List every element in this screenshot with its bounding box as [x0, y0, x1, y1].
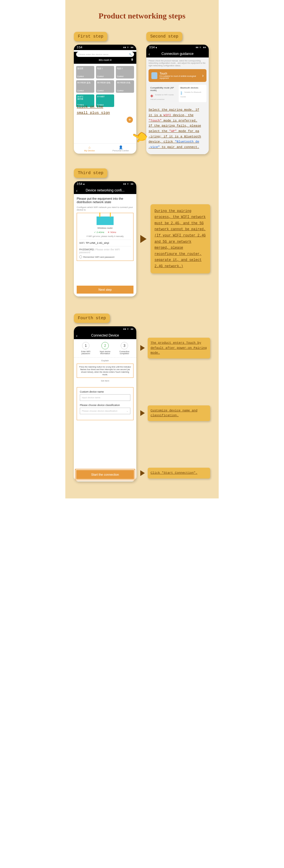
classification-label: Please choose device classification: [80, 404, 130, 407]
bluetooth-mode-card[interactable]: Bluetooth devices ᛒ Suitable For Bluetoo…: [179, 85, 207, 102]
step4-annotation-2: Customize device name and classification…: [148, 405, 210, 421]
screen-title: Connection guidance: [162, 52, 194, 56]
press-instruction: Press the matching button for a long tim…: [77, 364, 134, 378]
checkbox-icon: [79, 255, 82, 258]
step4-phone: ▮▮ ᯤ ▮▮ ‹ Connected Device 1 Enter WiFi …: [74, 326, 136, 482]
ap-icon: ◈: [150, 93, 153, 98]
step2-label: Second step: [146, 32, 182, 41]
arrow-right-icon: [140, 410, 145, 416]
trash-icon[interactable]: 🗑: [131, 58, 134, 61]
bluetooth-icon: ᛒ: [180, 91, 183, 95]
back-button[interactable]: ‹: [76, 188, 77, 193]
net-subtitle: Configure which WiFi network you need to…: [77, 206, 134, 211]
step4-annotation-3: Click "Start Connection".: [148, 468, 210, 478]
set-item-header: Set item: [74, 379, 136, 382]
step3-phone: 3:54 ◂ ▮▮ ᯤ ▮▮ ‹ Device networking confi…: [74, 181, 136, 297]
classification-select[interactable]: Please choose device classification ⌄: [80, 408, 130, 414]
user-icon: 👤: [105, 145, 136, 149]
device-tile[interactable]: Wi-Fi时钟-蓝色Control: [76, 80, 94, 93]
progress-step-3: 3 Connection completed: [115, 342, 134, 354]
freq-2.4g: ✓ 2.4GHz: [94, 231, 104, 234]
touch-mode-card[interactable]: Touch It is suitable for most of sinilin…: [148, 69, 207, 82]
status-time: 3:54: [77, 46, 82, 49]
cube-icon: [151, 72, 157, 79]
chevron-right-icon: ›: [202, 73, 204, 78]
step3-label: Third step: [74, 168, 107, 178]
custom-name-label: Custom device name: [80, 390, 130, 393]
next-step-button[interactable]: Next step: [77, 286, 134, 293]
intro-text: Please check the product manual, select …: [148, 60, 207, 67]
screen-title: Connected Device: [91, 334, 119, 337]
progress-step-2: 2 Input device information: [96, 342, 114, 354]
step2-phone: 3:54 ◂ ▮▮ ᯤ ▮▮ ‹ Connection guidance Ple…: [146, 45, 209, 154]
arrow-right-icon: [140, 470, 145, 476]
device-tile[interactable]: 电源 2Control: [116, 66, 134, 79]
status-icons: ▮▮ ᯤ ▮▮: [123, 328, 134, 331]
explain-label: Explain: [74, 357, 136, 362]
net-title: Please put the equipment into the distri…: [77, 197, 134, 204]
step3-annotation: During the pairing process, the WIFI net…: [150, 204, 210, 274]
custom-name-input[interactable]: Input device name: [80, 394, 130, 401]
search-placeholder: Please enter the device name: [78, 53, 108, 56]
touch-subtitle: It is suitable for most of sinilink ecol…: [159, 75, 200, 79]
step4-label: Fourth step: [74, 313, 110, 323]
nav-personal-center[interactable]: 👤Personal Center: [105, 144, 136, 154]
status-icons: ▮▮ ᯤ ▮▮: [123, 182, 134, 185]
arrow-right-icon: [140, 345, 145, 351]
start-connection-button[interactable]: Start the connection: [76, 470, 134, 479]
wifi-label: WiFi:: [79, 242, 85, 244]
back-button[interactable]: ‹: [148, 52, 150, 56]
ap-mode-card[interactable]: Compatibility mode (AP mode) ◈ Suitable …: [148, 85, 176, 102]
search-icon: 🔍: [129, 53, 132, 56]
room-selector[interactable]: 301-room ▾: [99, 59, 112, 61]
device-tile[interactable]: Wi-Fi时钟-白色Control: [116, 80, 134, 93]
touch-title: Touch: [159, 72, 200, 75]
device-tile[interactable]: 电源 1Control: [96, 66, 114, 79]
search-input[interactable]: Please enter the device name 🔍: [76, 52, 134, 57]
back-button[interactable]: ‹: [76, 334, 77, 338]
router-icon: [97, 217, 114, 225]
freq-5g: ✕ 5GHz: [108, 231, 116, 234]
step1-phone: 3:54 ▮▮ ᯤ ▮▮ Please enter the device nam…: [74, 45, 136, 154]
page-title: Product networking steps: [74, 11, 210, 21]
status-time: 3:54 ◂: [149, 46, 157, 49]
chevron-down-icon: ⌄: [127, 410, 128, 412]
wifi-value[interactable]: TP-LINK_2.4G_xinyi: [86, 242, 109, 244]
annotation-step2: Select the pairing mode. If it is a WIFI…: [148, 107, 207, 150]
step1-label: First step: [74, 32, 107, 41]
home-icon: ⌂: [74, 145, 105, 149]
status-time: 3:54 ◂: [77, 182, 84, 185]
device-tile[interactable]: Wi-Fi时钟-绿色Control: [96, 80, 114, 93]
step4-annotation-1: The product enters Touch by default afte…: [148, 338, 210, 359]
password-label: PASSWORD:: [79, 248, 95, 251]
remember-checkbox[interactable]: Remember WiFi and password: [79, 255, 131, 258]
progress-step-1: 1 Enter WiFi password: [77, 342, 95, 354]
annotation-step1: Click on the small plus sign: [77, 104, 110, 116]
router-label: Wireless router: [79, 227, 131, 229]
wifi-note: If WiFi get error, please modify it manu…: [79, 235, 131, 237]
status-icons: ▮▮ ᯤ ▮▮: [196, 46, 206, 49]
nav-my-device[interactable]: ⌂My Device: [74, 144, 105, 154]
device-tile[interactable]: 温湿度Control: [76, 66, 94, 79]
arrow-right-icon: [140, 235, 147, 243]
screen-title: Device networking confi...: [86, 188, 125, 192]
add-device-button[interactable]: +: [126, 116, 134, 123]
status-icons: ▮▮ ᯤ ▮▮: [123, 46, 134, 49]
